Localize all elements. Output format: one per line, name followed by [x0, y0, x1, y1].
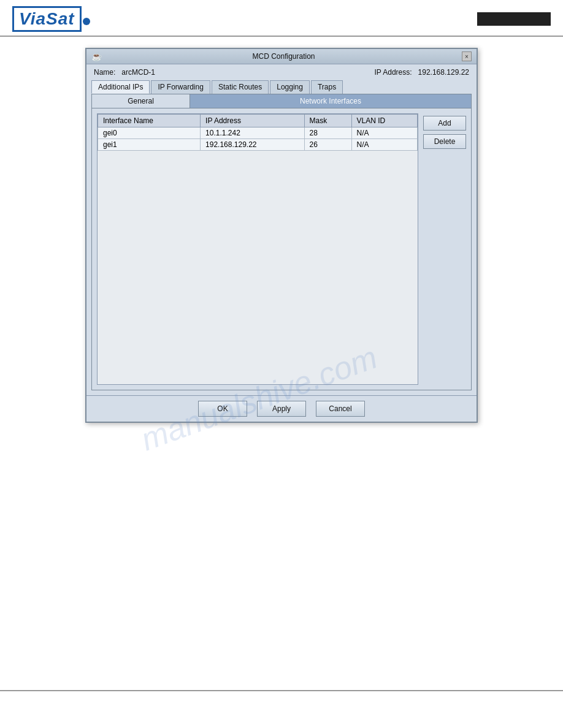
name-value: arcMCD-1	[121, 68, 155, 77]
footer-line	[0, 690, 563, 691]
cell-vlan-id-0: N/A	[351, 127, 417, 139]
tab-additional-ips[interactable]: Additional IPs	[91, 80, 150, 94]
header-black-bar	[477, 12, 551, 26]
col-header-mask: Mask	[304, 115, 351, 127]
cell-mask-0: 28	[304, 127, 351, 139]
action-buttons: Add Delete	[423, 113, 466, 385]
col-header-ip-address: IP Address	[201, 115, 304, 127]
tab-ip-forwarding[interactable]: IP Forwarding	[151, 80, 210, 94]
dialog-title-text: MCD Configuration	[105, 52, 462, 61]
cell-mask-1: 26	[304, 139, 351, 151]
cell-interface-name-1: gei1	[98, 139, 201, 151]
tab-logging[interactable]: Logging	[270, 80, 310, 94]
ip-label-value: IP Address: 192.168.129.22	[374, 68, 469, 77]
logo: ViaSat	[12, 6, 90, 32]
tab-static-routes[interactable]: Static Routes	[212, 80, 269, 94]
col-header-interface-name: Interface Name	[98, 115, 201, 127]
network-interfaces-table: Interface Name IP Address Mask VLAN ID g…	[98, 114, 418, 151]
cell-vlan-id-1: N/A	[351, 139, 417, 151]
delete-button[interactable]: Delete	[423, 134, 466, 149]
tab-traps[interactable]: Traps	[311, 80, 343, 94]
dialog-titlebar: ☕ MCD Configuration ×	[86, 49, 477, 64]
apply-button[interactable]: Apply	[257, 401, 306, 417]
dialog-close-button[interactable]: ×	[462, 51, 472, 61]
mcd-config-dialog: ☕ MCD Configuration × Name: arcMCD-1 IP …	[85, 48, 478, 423]
cell-ip-address-0: 10.1.1.242	[201, 127, 304, 139]
dialog-footer: OK Apply Cancel	[86, 395, 477, 422]
name-label: Name:	[94, 68, 115, 77]
cell-interface-name-0: gei0	[98, 127, 201, 139]
tabs-row: Additional IPs IP Forwarding Static Rout…	[86, 80, 477, 94]
section-tabs: General Network Interfaces	[91, 94, 472, 108]
table-row[interactable]: gei0 10.1.1.242 28 N/A	[98, 127, 418, 139]
dialog-info-row: Name: arcMCD-1 IP Address: 192.168.129.2…	[86, 64, 477, 80]
network-interfaces-table-container: Interface Name IP Address Mask VLAN ID g…	[97, 113, 418, 385]
logo-text: ViaSat	[12, 6, 82, 32]
section-tab-general[interactable]: General	[92, 94, 190, 108]
close-icon: ×	[465, 53, 469, 60]
ip-value: 192.168.129.22	[418, 68, 469, 77]
section-tab-network-interfaces[interactable]: Network Interfaces	[190, 94, 471, 108]
page-header: ViaSat	[0, 0, 563, 37]
page-content: ☕ MCD Configuration × Name: arcMCD-1 IP …	[0, 42, 563, 423]
ip-label: IP Address:	[374, 68, 412, 77]
col-header-vlan-id: VLAN ID	[351, 115, 417, 127]
logo-dot	[83, 18, 90, 25]
name-label-value: Name: arcMCD-1	[94, 68, 155, 77]
add-button[interactable]: Add	[423, 116, 466, 131]
dialog-panel: Interface Name IP Address Mask VLAN ID g…	[91, 108, 472, 390]
table-row[interactable]: gei1 192.168.129.22 26 N/A	[98, 139, 418, 151]
dialog-title-icon: ☕	[91, 51, 102, 61]
cell-ip-address-1: 192.168.129.22	[201, 139, 304, 151]
ok-button[interactable]: OK	[198, 401, 247, 417]
cancel-button[interactable]: Cancel	[316, 401, 365, 417]
